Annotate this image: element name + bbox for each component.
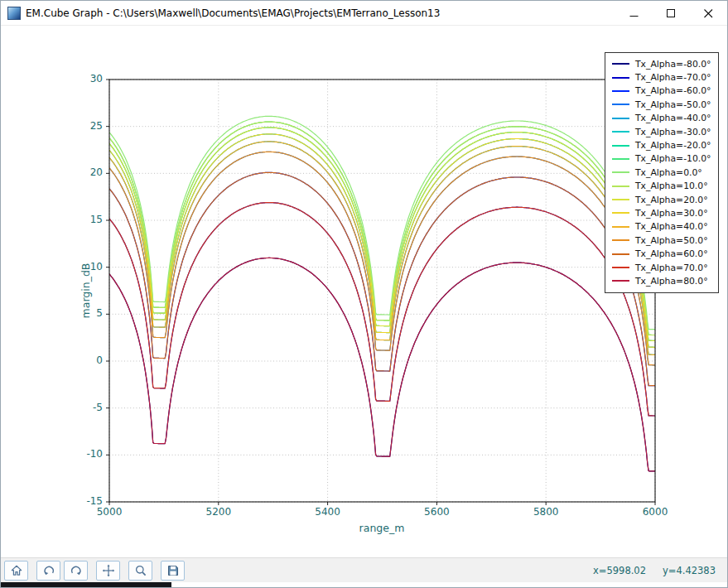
legend-entry: Tx_Alpha=-40.0° bbox=[612, 112, 711, 125]
legend-label: Tx_Alpha=-70.0° bbox=[635, 72, 711, 83]
y-tick-label: 5 bbox=[66, 307, 103, 319]
legend-line-swatch bbox=[612, 104, 629, 105]
x-tick-label: 5600 bbox=[424, 506, 450, 518]
forward-arrow-icon bbox=[70, 564, 83, 577]
legend-label: Tx_Alpha=40.0° bbox=[635, 221, 708, 232]
legend-line-swatch bbox=[612, 186, 629, 187]
home-button[interactable] bbox=[4, 561, 28, 581]
legend-label: Tx_Alpha=80.0° bbox=[635, 276, 708, 287]
legend-line-swatch bbox=[612, 158, 629, 160]
legend-line-swatch bbox=[612, 226, 629, 228]
pan-button[interactable] bbox=[96, 561, 120, 581]
legend-entry: Tx_Alpha=30.0° bbox=[612, 206, 711, 219]
maximize-button[interactable] bbox=[653, 1, 690, 26]
legend-label: Tx_Alpha=60.0° bbox=[635, 248, 708, 259]
y-tick-label: 0 bbox=[66, 354, 103, 366]
legend-entry: Tx_Alpha=40.0° bbox=[612, 220, 711, 234]
forward-button[interactable] bbox=[64, 561, 88, 581]
pan-arrows-icon bbox=[102, 564, 115, 577]
series-line bbox=[109, 172, 655, 385]
legend-line-swatch bbox=[612, 280, 629, 282]
back-button[interactable] bbox=[36, 561, 60, 581]
y-tick-label: 30 bbox=[66, 73, 103, 84]
legend-entry: Tx_Alpha=-10.0° bbox=[612, 152, 711, 166]
legend-entry: Tx_Alpha=10.0° bbox=[612, 180, 711, 193]
legend-entry: Tx_Alpha=-70.0° bbox=[612, 70, 711, 84]
cursor-y-value: y=4.42383 bbox=[663, 565, 716, 576]
legend-label: Tx_Alpha=70.0° bbox=[635, 263, 708, 273]
legend-label: Tx_Alpha=20.0° bbox=[635, 195, 708, 205]
legend-entry: Tx_Alpha=-60.0° bbox=[612, 84, 711, 98]
legend-label: Tx_Alpha=10.0° bbox=[635, 181, 708, 191]
close-button[interactable] bbox=[690, 1, 727, 26]
legend-entry: Tx_Alpha=80.0° bbox=[612, 274, 711, 287]
minimize-icon bbox=[629, 9, 639, 18]
series-line bbox=[109, 134, 655, 348]
legend-line-swatch bbox=[612, 212, 629, 214]
window-title: EM.Cube Graph - C:\Users\Maxwell\Documen… bbox=[26, 7, 440, 19]
series-line bbox=[109, 258, 655, 471]
series-line bbox=[109, 122, 655, 335]
series-line bbox=[109, 134, 655, 348]
back-arrow-icon bbox=[42, 564, 55, 577]
y-tick-label: 10 bbox=[66, 261, 103, 272]
legend-entry: Tx_Alpha=-50.0° bbox=[612, 98, 711, 111]
minimize-button[interactable] bbox=[615, 1, 653, 26]
close-icon bbox=[704, 9, 713, 18]
legend-line-swatch bbox=[612, 199, 629, 200]
x-tick-label: 5400 bbox=[315, 506, 340, 518]
series-line bbox=[109, 152, 655, 364]
zoom-magnifier-icon bbox=[134, 564, 147, 577]
legend-label: Tx_Alpha=50.0° bbox=[635, 235, 708, 246]
x-tick-label: 5200 bbox=[206, 506, 232, 518]
legend-entry: Tx_Alpha=-30.0° bbox=[612, 125, 711, 138]
emcube-app-icon bbox=[7, 7, 21, 20]
legend-entry: Tx_Alpha=70.0° bbox=[612, 261, 711, 274]
legend-entry: Tx_Alpha=60.0° bbox=[612, 247, 711, 260]
series-line bbox=[109, 203, 655, 416]
legend-line-swatch bbox=[612, 171, 629, 173]
legend-entry: Tx_Alpha=50.0° bbox=[612, 234, 711, 247]
save-floppy-icon bbox=[166, 564, 180, 577]
legend-line-swatch bbox=[612, 63, 629, 65]
zoom-button[interactable] bbox=[128, 561, 152, 581]
y-tick-label: 20 bbox=[66, 166, 103, 178]
legend-label: Tx_Alpha=-10.0° bbox=[635, 153, 711, 164]
legend-line-swatch bbox=[612, 77, 629, 79]
navigation-toolbar: x=5998.02 y=4.42383 bbox=[1, 557, 727, 582]
legend-label: Tx_Alpha=-80.0° bbox=[635, 59, 711, 70]
series-line bbox=[109, 128, 655, 340]
legend-line-swatch bbox=[612, 90, 629, 92]
titlebar[interactable]: EM.Cube Graph - C:\Users\Maxwell\Documen… bbox=[1, 1, 727, 26]
legend-line-swatch bbox=[612, 118, 629, 119]
series-line bbox=[109, 203, 655, 416]
legend-line-swatch bbox=[612, 253, 629, 255]
series-line bbox=[109, 122, 655, 335]
axes-frame bbox=[109, 80, 655, 502]
home-icon bbox=[10, 564, 23, 577]
cursor-coordinate-readout: x=5998.02 y=4.42383 bbox=[576, 558, 716, 583]
legend-entry: Tx_Alpha=-80.0° bbox=[612, 57, 711, 70]
legend-entry: Tx_Alpha=0.0° bbox=[612, 166, 711, 179]
legend-line-swatch bbox=[612, 131, 629, 133]
plot-canvas[interactable] bbox=[101, 71, 663, 510]
maximize-icon bbox=[667, 9, 676, 18]
y-tick-label: 25 bbox=[66, 120, 103, 132]
x-tick-label: 5000 bbox=[97, 506, 123, 518]
legend-line-swatch bbox=[612, 267, 629, 268]
legend-label: Tx_Alpha=-60.0° bbox=[635, 85, 711, 96]
series-line bbox=[109, 116, 655, 329]
legend-line-swatch bbox=[612, 145, 629, 147]
app-window: EM.Cube Graph - C:\Users\Maxwell\Documen… bbox=[0, 0, 728, 588]
series-line bbox=[109, 152, 655, 364]
legend: Tx_Alpha=-80.0°Tx_Alpha=-70.0°Tx_Alpha=-… bbox=[605, 52, 719, 293]
save-button[interactable] bbox=[161, 561, 185, 581]
legend-label: Tx_Alpha=30.0° bbox=[635, 208, 708, 219]
legend-label: Tx_Alpha=-30.0° bbox=[635, 127, 711, 137]
legend-label: Tx_Alpha=-20.0° bbox=[635, 140, 711, 151]
x-axis-label: range_m bbox=[274, 522, 489, 534]
series-line bbox=[109, 258, 655, 471]
legend-entry: Tx_Alpha=20.0° bbox=[612, 193, 711, 206]
series-line bbox=[109, 172, 655, 385]
x-tick-label: 5800 bbox=[533, 506, 559, 518]
